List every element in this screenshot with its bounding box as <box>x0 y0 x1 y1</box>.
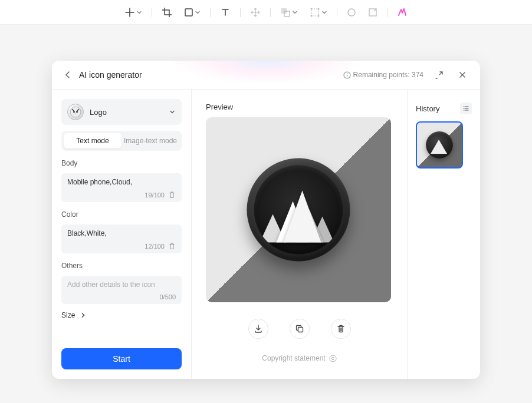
transform-icon <box>368 8 377 17</box>
color-input[interactable]: Black,White, 12/100 <box>61 224 182 253</box>
history-panel: History <box>407 90 480 379</box>
color-label: Color <box>61 210 182 219</box>
preview-label: Preview <box>206 103 393 111</box>
expand-button[interactable] <box>431 67 447 83</box>
modal-title: AI icon generator <box>79 70 142 80</box>
close-icon <box>458 71 467 79</box>
chevron-down-icon <box>136 9 142 15</box>
delete-button[interactable] <box>331 319 351 339</box>
close-button[interactable] <box>454 67 471 83</box>
plus-icon <box>124 7 135 18</box>
settings-panel: Logo Text mode Image-text mode Body Mobi… <box>52 90 192 379</box>
trash-icon <box>336 324 346 333</box>
history-label: History <box>416 104 439 113</box>
text-tool[interactable] <box>218 5 233 20</box>
copyright-icon <box>329 355 337 362</box>
text-mode-tab[interactable]: Text mode <box>64 133 121 148</box>
body-clear-button[interactable] <box>168 191 176 199</box>
svg-point-15 <box>330 355 336 362</box>
divider <box>337 8 337 17</box>
crop-tool[interactable] <box>159 5 175 20</box>
preview-actions <box>206 319 393 339</box>
shape-tool[interactable] <box>182 5 203 19</box>
svg-point-7 <box>318 15 320 16</box>
modal-header: AI icon generator Remaining points: 374 <box>52 61 480 90</box>
group-icon <box>310 7 320 18</box>
others-counter: 0/500 <box>159 293 176 300</box>
svg-rect-0 <box>185 9 192 16</box>
color-value: Black,White, <box>67 229 176 239</box>
copyright-label: Copyright statement <box>262 354 325 362</box>
color-clear-button[interactable] <box>168 242 176 250</box>
circle-icon <box>347 8 356 17</box>
others-placeholder: Add other details to the icon <box>67 280 176 290</box>
body-label: Body <box>61 159 182 167</box>
download-button[interactable] <box>248 319 268 339</box>
icon-type-select[interactable]: Logo <box>61 99 182 125</box>
svg-point-11 <box>70 107 81 117</box>
trash-icon <box>168 191 176 199</box>
divider <box>270 8 271 17</box>
back-button[interactable] <box>61 68 74 81</box>
text-icon <box>220 7 231 18</box>
expand-icon <box>435 71 444 80</box>
raccoon-avatar-icon <box>67 104 84 120</box>
chevron-right-icon <box>80 312 87 319</box>
main-toolbar <box>0 0 532 25</box>
divider <box>210 8 211 17</box>
transform-tool[interactable] <box>366 5 380 19</box>
chevron-down-icon <box>195 9 201 15</box>
svg-point-5 <box>318 8 320 9</box>
body-input[interactable]: Mobile phone,Cloud, 19/100 <box>61 173 182 202</box>
svg-point-12 <box>73 111 75 113</box>
remaining-points: Remaining points: 374 <box>343 71 423 79</box>
ai-tool[interactable] <box>395 5 410 20</box>
history-list-toggle[interactable] <box>460 103 472 114</box>
circle-tool[interactable] <box>344 5 359 19</box>
size-expand[interactable]: Size <box>61 311 182 319</box>
history-thumbnail[interactable] <box>416 121 463 169</box>
square-icon <box>184 8 193 17</box>
divider <box>240 8 241 17</box>
points-label: Remaining points: 374 <box>353 71 423 79</box>
info-icon <box>343 71 351 79</box>
divider <box>387 8 387 17</box>
mode-tabs: Text mode Image-text mode <box>61 131 182 151</box>
move-icon <box>250 7 261 18</box>
list-icon <box>462 105 469 112</box>
start-button[interactable]: Start <box>61 348 182 369</box>
boolean-icon <box>280 7 291 18</box>
color-counter: 12/100 <box>145 243 165 250</box>
chevron-down-icon <box>169 108 176 115</box>
svg-point-6 <box>311 15 313 16</box>
copy-button[interactable] <box>290 319 310 339</box>
ai-logo-icon <box>397 7 408 18</box>
svg-point-13 <box>76 111 78 113</box>
ai-icon-generator-modal: AI icon generator Remaining points: 374 … <box>52 61 480 379</box>
preview-panel: Preview <box>192 90 407 379</box>
chevron-down-icon <box>292 9 298 15</box>
others-input[interactable]: Add other details to the icon 0/500 <box>61 276 182 304</box>
boolean-tool[interactable] <box>278 5 300 20</box>
copyright-statement[interactable]: Copyright statement <box>206 354 393 362</box>
type-label: Logo <box>90 108 169 117</box>
add-tool[interactable] <box>122 5 145 20</box>
group-tool[interactable] <box>307 5 330 20</box>
body-counter: 19/100 <box>145 191 165 199</box>
download-icon <box>254 324 263 333</box>
copy-icon <box>295 324 304 333</box>
body-value: Mobile phone,Cloud, <box>67 178 176 187</box>
svg-point-8 <box>348 9 355 16</box>
svg-point-4 <box>311 8 313 9</box>
others-label: Others <box>61 262 182 270</box>
chevron-down-icon <box>321 9 327 15</box>
crop-icon <box>162 7 172 18</box>
chevron-left-icon <box>64 71 72 79</box>
divider <box>152 8 152 17</box>
move-tool[interactable] <box>248 5 263 20</box>
image-text-mode-tab[interactable]: Image-text mode <box>121 133 179 148</box>
svg-rect-14 <box>298 328 303 332</box>
size-label: Size <box>61 311 75 319</box>
preview-image <box>206 117 391 302</box>
trash-icon <box>168 242 176 250</box>
